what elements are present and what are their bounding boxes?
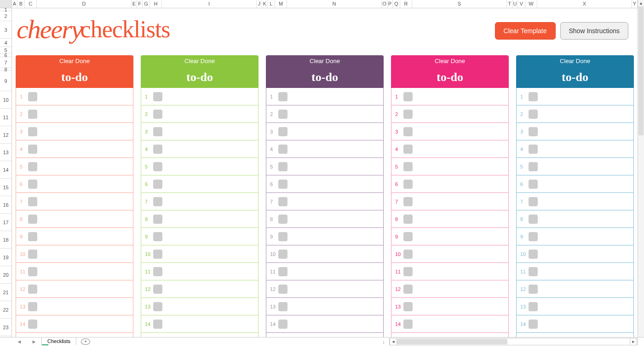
row-header[interactable]: 3 — [0, 21, 12, 39]
task-row[interactable]: 11 — [16, 263, 133, 280]
task-checkbox[interactable] — [28, 267, 37, 276]
task-row[interactable]: 1 — [266, 88, 384, 105]
task-row[interactable]: 11 — [141, 263, 259, 280]
task-checkbox[interactable] — [28, 250, 37, 259]
column-header[interactable]: P — [387, 0, 393, 8]
task-checkbox[interactable] — [278, 197, 288, 206]
task-row[interactable]: 5 — [266, 158, 384, 175]
task-checkbox[interactable] — [28, 127, 37, 136]
column-header[interactable]: W — [525, 0, 537, 8]
task-checkbox[interactable] — [403, 145, 413, 154]
task-row[interactable]: 12 — [516, 280, 634, 298]
column-header[interactable]: S — [412, 0, 507, 8]
tab-nav-next-icon[interactable]: ► — [27, 339, 41, 344]
row-header[interactable]: 16 — [0, 196, 12, 214]
task-row[interactable]: 9 — [16, 228, 133, 245]
task-checkbox[interactable] — [529, 92, 538, 101]
clear-done-button[interactable]: Clear Done — [391, 55, 509, 67]
clear-template-button[interactable]: Clear Template — [495, 22, 556, 40]
task-row[interactable]: 12 — [266, 280, 384, 298]
row-header[interactable]: 22 — [0, 301, 12, 319]
task-checkbox[interactable] — [153, 267, 162, 276]
task-checkbox[interactable] — [153, 250, 162, 259]
row-header[interactable]: 19 — [0, 249, 12, 266]
task-checkbox[interactable] — [403, 320, 413, 329]
task-row[interactable]: 12 — [141, 280, 259, 298]
task-checkbox[interactable] — [28, 145, 37, 154]
task-checkbox[interactable] — [278, 320, 288, 329]
task-row[interactable]: 14 — [516, 315, 634, 333]
column-header[interactable]: J — [257, 0, 262, 8]
task-row[interactable]: 8 — [266, 210, 384, 228]
task-row[interactable]: 4 — [391, 140, 509, 158]
task-row[interactable]: 5 — [391, 158, 509, 175]
task-row[interactable]: 2 — [16, 105, 133, 123]
task-checkbox[interactable] — [403, 92, 413, 101]
show-instructions-button[interactable]: Show Instructions — [560, 22, 629, 40]
task-row[interactable]: 10 — [141, 245, 259, 263]
clear-done-button[interactable]: Clear Done — [516, 55, 634, 67]
column-header[interactable]: B — [17, 0, 25, 8]
task-row[interactable]: 4 — [516, 140, 634, 158]
column-header[interactable]: D — [37, 0, 132, 8]
task-row[interactable]: 15 — [266, 333, 384, 337]
task-row[interactable]: 6 — [141, 175, 259, 193]
column-header[interactable]: K — [262, 0, 268, 8]
task-row[interactable]: 12 — [391, 280, 509, 298]
task-row[interactable]: 3 — [391, 123, 509, 140]
row-header[interactable]: 6 — [0, 53, 12, 57]
task-row[interactable]: 13 — [141, 298, 259, 315]
task-checkbox[interactable] — [153, 110, 162, 119]
task-row[interactable]: 6 — [16, 175, 133, 193]
task-row[interactable]: 6 — [266, 175, 384, 193]
task-row[interactable]: 3 — [16, 123, 133, 140]
row-header[interactable]: 17 — [0, 214, 12, 231]
task-row[interactable]: 10 — [391, 245, 509, 263]
task-checkbox[interactable] — [28, 197, 37, 206]
task-row[interactable]: 4 — [16, 140, 133, 158]
list-header[interactable]: to-do — [266, 67, 384, 88]
task-row[interactable]: 3 — [141, 123, 259, 140]
task-row[interactable]: 7 — [141, 193, 259, 210]
task-checkbox[interactable] — [278, 302, 288, 311]
split-handle-icon[interactable]: ⠇ — [383, 341, 386, 345]
task-row[interactable]: 4 — [266, 140, 384, 158]
task-checkbox[interactable] — [403, 162, 413, 171]
task-row[interactable]: 6 — [516, 175, 634, 193]
column-header[interactable]: N — [287, 0, 382, 8]
scroll-thumb[interactable] — [638, 6, 644, 135]
task-checkbox[interactable] — [153, 162, 162, 171]
task-checkbox[interactable] — [28, 215, 37, 224]
task-row[interactable]: 11 — [391, 263, 509, 280]
task-checkbox[interactable] — [278, 250, 288, 259]
hscroll-thumb[interactable] — [397, 339, 507, 344]
task-checkbox[interactable] — [529, 232, 538, 241]
task-row[interactable]: 9 — [391, 228, 509, 245]
task-checkbox[interactable] — [529, 250, 538, 259]
task-row[interactable]: 5 — [16, 158, 133, 175]
task-row[interactable]: 8 — [391, 210, 509, 228]
task-row[interactable]: 2 — [516, 105, 634, 123]
task-row[interactable]: 13 — [266, 298, 384, 315]
scroll-right-icon[interactable]: ► — [630, 338, 637, 345]
task-checkbox[interactable] — [278, 285, 288, 294]
task-row[interactable]: 12 — [16, 280, 133, 298]
task-row[interactable]: 8 — [16, 210, 133, 228]
task-row[interactable]: 14 — [141, 315, 259, 333]
column-header[interactable]: T — [507, 0, 512, 8]
row-header[interactable]: 23 — [0, 319, 12, 336]
task-checkbox[interactable] — [529, 180, 538, 189]
task-checkbox[interactable] — [403, 197, 413, 206]
task-checkbox[interactable] — [529, 127, 538, 136]
task-row[interactable]: 10 — [516, 245, 634, 263]
row-header[interactable]: 15 — [0, 179, 12, 196]
task-row[interactable]: 15 — [516, 333, 634, 337]
task-row[interactable]: 7 — [266, 193, 384, 210]
row-header[interactable]: 4 — [0, 39, 12, 47]
task-row[interactable]: 4 — [141, 140, 259, 158]
row-header[interactable]: 20 — [0, 266, 12, 284]
task-checkbox[interactable] — [529, 215, 538, 224]
sheet-tab-active[interactable]: Checklists — [41, 337, 76, 345]
task-row[interactable]: 9 — [141, 228, 259, 245]
task-checkbox[interactable] — [153, 320, 162, 329]
